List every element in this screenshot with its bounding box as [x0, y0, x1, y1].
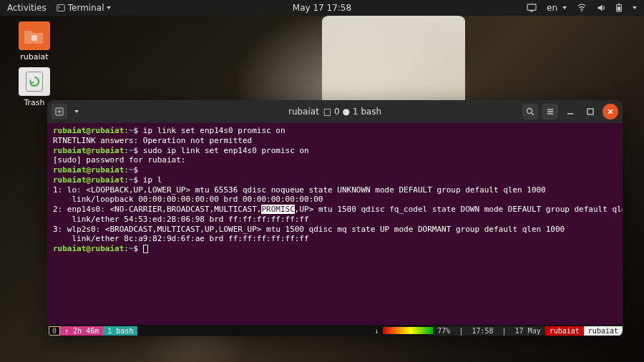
title-user: rubaiat — [288, 107, 319, 117]
output-line: link/ether 54:53:ed:28:06:98 brd ff:ff:f… — [53, 215, 309, 224]
desktop-folder-label: rubaiat — [13, 52, 56, 62]
search-button[interactable] — [522, 104, 538, 119]
hamburger-menu-button[interactable] — [542, 104, 558, 119]
prompt-path: ~ — [129, 244, 134, 253]
prompt-sep: : — [124, 175, 129, 185]
folder-icon — [19, 21, 50, 50]
terminal-window: rubaiat □ 0 ● 1 bash rubaiat@rubaiat:~$ … — [47, 100, 623, 336]
trash-icon — [19, 67, 50, 96]
desktop-folder[interactable]: rubaiat — [13, 21, 56, 62]
prompt-path: ~ — [129, 126, 134, 135]
terminal-menu-icon — [57, 4, 65, 12]
svg-point-3 — [581, 10, 582, 11]
terminal-content[interactable]: rubaiat@rubaiat:~$ ip link set enp14s0 p… — [47, 123, 623, 325]
tab-dropdown[interactable] — [72, 104, 82, 119]
plus-icon — [55, 107, 64, 116]
minimize-button[interactable] — [562, 104, 578, 119]
volume-icon[interactable] — [597, 4, 605, 12]
clock[interactable]: May 17 17:58 — [293, 3, 351, 13]
prompt-sep: : — [124, 244, 129, 253]
battery-gradient-bar — [383, 327, 433, 334]
close-button[interactable] — [602, 104, 618, 119]
minimize-icon — [567, 108, 574, 115]
status-window: 1 bash — [103, 326, 137, 336]
prompt-sep: : — [124, 165, 129, 175]
activities-button[interactable]: Activities — [7, 3, 47, 13]
window-title: rubaiat □ 0 ● 1 bash — [288, 107, 381, 117]
title-panes: □ 0 ● 1 bash — [323, 107, 381, 117]
prompt-dollar: $ — [134, 126, 143, 135]
app-menu-label: Terminal — [68, 3, 104, 13]
prompt-path: ~ — [129, 165, 134, 175]
status-sep: | — [454, 326, 467, 336]
output-line: link/loopback 00:00:00:00:00:00 brd 00:0… — [53, 195, 323, 204]
prompt-user: rubaiat@rubaiat — [53, 244, 124, 253]
prompt-sep: : — [124, 146, 129, 155]
status-user: rubaiat — [545, 326, 584, 336]
status-battery-pct: 77% — [433, 326, 454, 336]
status-uptime-value: 2h 46m — [73, 327, 99, 335]
lang-indicator[interactable]: en — [547, 3, 567, 13]
tmux-statusbar: 0 ↑ 2h 46m 1 bash ↓ 77% | 17:58 | 17 May… — [47, 325, 623, 336]
prompt-dollar: $ — [134, 165, 143, 175]
prompt-dollar: $ — [134, 175, 143, 185]
battery-icon[interactable] — [615, 4, 623, 12]
status-session: 0 — [49, 326, 60, 336]
svg-rect-0 — [57, 5, 65, 11]
chevron-down-icon — [74, 110, 79, 113]
lang-label: en — [547, 3, 557, 13]
prompt-user: rubaiat@rubaiat — [53, 126, 124, 135]
svg-rect-1 — [527, 4, 536, 11]
prompt-path: ~ — [129, 175, 134, 185]
new-tab-button[interactable] — [52, 104, 67, 119]
status-host: rubaiat — [584, 326, 623, 336]
svg-rect-7 — [31, 35, 37, 41]
command-text: sudo ip link set enp14s0 promisc on — [143, 146, 309, 155]
terminal-titlebar[interactable]: rubaiat □ 0 ● 1 bash — [47, 100, 623, 123]
output-line: ,UP> mtu 1500 qdisc fq_codel state DOWN … — [295, 205, 623, 214]
hamburger-icon — [546, 107, 555, 116]
highlighted-text: PROMISC — [261, 205, 294, 214]
output-line: 2: enp14s0: <NO-CARRIER,BROADCAST,MULTIC… — [53, 205, 261, 214]
output-line: RTNETLINK answers: Operation not permitt… — [53, 136, 252, 145]
down-arrow-icon: ↓ — [370, 326, 383, 336]
status-uptime: ↑ 2h 46m — [60, 326, 103, 336]
prompt-path: ~ — [129, 146, 134, 155]
system-menu-chevron-icon[interactable] — [633, 6, 637, 9]
chevron-down-icon — [107, 6, 111, 9]
maximize-button[interactable] — [582, 104, 598, 119]
status-session-num: 0 — [52, 327, 57, 335]
maximize-icon — [587, 108, 594, 115]
wifi-icon[interactable] — [577, 4, 587, 12]
gnome-topbar: Activities Terminal May 17 17:58 en — [0, 0, 644, 16]
prompt-sep: : — [124, 126, 129, 135]
svg-rect-5 — [618, 4, 620, 5]
svg-rect-6 — [618, 6, 620, 11]
status-date: 17 May — [511, 326, 545, 336]
up-arrow-icon: ↑ — [64, 327, 69, 335]
app-menu[interactable]: Terminal — [57, 3, 112, 13]
prompt-dollar: $ — [134, 146, 143, 155]
prompt-dollar: $ — [134, 244, 143, 253]
prompt-user: rubaiat@rubaiat — [53, 146, 124, 155]
status-sep: | — [498, 326, 511, 336]
status-time: 17:58 — [467, 326, 497, 336]
close-icon — [607, 108, 614, 115]
output-line: 1: lo: <LOOPBACK,UP,LOWER_UP> mtu 65536 … — [53, 185, 546, 195]
search-icon — [526, 107, 535, 116]
svg-rect-2 — [530, 11, 532, 11]
prompt-user: rubaiat@rubaiat — [53, 175, 124, 185]
output-line: link/ether 8c:a9:82:9d:6f:ae brd ff:ff:f… — [53, 234, 309, 243]
output-line: 3: wlp2s0: <BROADCAST,MULTICAST,UP,LOWER… — [53, 225, 565, 234]
svg-rect-10 — [587, 109, 593, 114]
cursor — [143, 245, 148, 253]
command-text: ip l — [143, 175, 162, 185]
command-text: ip link set enp14s0 promisc on — [143, 126, 286, 135]
prompt-user: rubaiat@rubaiat — [53, 165, 124, 175]
output-line: [sudo] password for rubaiat: — [53, 155, 185, 165]
chevron-down-icon — [562, 6, 567, 9]
screen-icon[interactable] — [527, 4, 537, 12]
svg-point-9 — [527, 109, 532, 114]
